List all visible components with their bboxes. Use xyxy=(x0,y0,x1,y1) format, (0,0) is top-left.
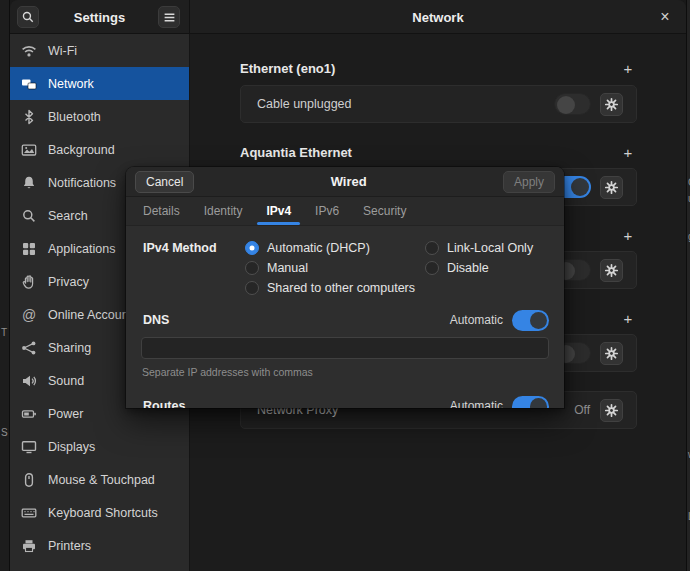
search-icon xyxy=(20,10,36,24)
sidebar-item-background[interactable]: Background xyxy=(10,133,189,166)
sidebar-item-label: Network xyxy=(48,77,94,91)
radio-icon xyxy=(245,241,259,255)
ipv4-tab-panel: IPv4 Method Automatic (DHCP) Manual Shar… xyxy=(126,226,564,407)
dns-servers-input[interactable] xyxy=(141,337,549,359)
radio-icon xyxy=(425,261,439,275)
radio-icon xyxy=(245,281,259,295)
sidebar-item-network[interactable]: Network xyxy=(10,67,189,100)
sidebar-item-bluetooth[interactable]: Bluetooth xyxy=(10,100,189,133)
routes-automatic-toggle[interactable] xyxy=(512,396,549,409)
dns-label: DNS xyxy=(143,313,169,327)
speaker-icon xyxy=(21,373,37,389)
add-connection-button[interactable]: + xyxy=(619,144,637,161)
method-options-column-2: Link-Local Only Disable xyxy=(425,241,533,281)
dns-automatic-toggle[interactable] xyxy=(512,310,549,331)
routes-row: Routes Automatic xyxy=(143,395,549,408)
hamburger-icon xyxy=(163,11,176,24)
page-title: Network xyxy=(190,0,686,34)
radio-option-automatic-dhcp[interactable]: Automatic (DHCP) xyxy=(245,241,415,255)
sidebar-item-printers[interactable]: Printers xyxy=(10,529,189,562)
tab-ipv4[interactable]: IPv4 xyxy=(254,197,303,225)
radio-icon xyxy=(245,261,259,275)
bell-icon xyxy=(21,175,37,191)
sidebar-item-label: Mouse & Touchpad xyxy=(48,473,155,487)
monitor-icon xyxy=(21,439,37,455)
sidebar-item-label: Sharing xyxy=(48,341,91,355)
search-button[interactable] xyxy=(17,6,39,28)
radio-option-manual[interactable]: Manual xyxy=(245,261,415,275)
sidebar-item-label: Printers xyxy=(48,539,91,553)
radio-label: Link-Local Only xyxy=(447,241,533,255)
radio-label: Disable xyxy=(447,261,489,275)
close-button[interactable]: × xyxy=(654,6,676,28)
keyboard-icon xyxy=(21,505,37,521)
hand-icon xyxy=(21,274,37,290)
sidebar-item-keyboard-shortcuts[interactable]: Keyboard Shortcuts xyxy=(10,496,189,529)
add-connection-button[interactable]: + xyxy=(619,227,637,244)
close-icon: × xyxy=(660,8,669,26)
radio-option-shared[interactable]: Shared to other computers xyxy=(245,281,415,295)
dialog-headerbar: Cancel Wired Apply xyxy=(126,167,564,197)
add-connection-button[interactable]: + xyxy=(619,60,637,77)
gear-icon xyxy=(604,97,619,112)
gear-icon xyxy=(604,180,619,195)
headerbar: Settings Network × xyxy=(10,0,686,34)
radio-option-disable[interactable]: Disable xyxy=(425,261,533,275)
battery-icon xyxy=(21,406,37,422)
dns-helper-text: Separate IP addresses with commas xyxy=(142,366,313,378)
dns-row: DNS Automatic xyxy=(143,309,549,331)
tab-details[interactable]: Details xyxy=(131,197,192,225)
tab-identity[interactable]: Identity xyxy=(192,197,255,225)
add-connection-button[interactable]: + xyxy=(619,310,637,327)
tab-security[interactable]: Security xyxy=(351,197,418,225)
toggle-knob xyxy=(557,96,575,114)
radio-label: Automatic (DHCP) xyxy=(267,241,370,255)
sidebar-item-label: Displays xyxy=(48,440,95,454)
sidebar-item-label: Sound xyxy=(48,374,84,388)
section-title: Aquantia Ethernet xyxy=(240,145,352,160)
tab-ipv6[interactable]: IPv6 xyxy=(303,197,351,225)
apps-grid-icon xyxy=(21,241,37,257)
sidebar-item-label: Power xyxy=(48,407,83,421)
radio-label: Manual xyxy=(267,261,308,275)
section-header-aquantia: Aquantia Ethernet + xyxy=(240,144,637,161)
section-title: Ethernet (eno1) xyxy=(240,61,335,76)
sidebar-item-label: Applications xyxy=(48,242,115,256)
connection-toggle[interactable] xyxy=(554,93,591,115)
method-options-column-1: Automatic (DHCP) Manual Shared to other … xyxy=(245,241,415,301)
headerbar-content-section: Network × xyxy=(190,0,686,33)
background-window-left-edge: T S xyxy=(0,0,10,571)
sidebar-item-label: Online Accounts xyxy=(48,308,138,322)
radio-icon xyxy=(425,241,439,255)
sidebar-item-wifi[interactable]: Wi-Fi xyxy=(10,34,189,67)
proxy-status: Off xyxy=(574,403,590,417)
routes-label: Routes xyxy=(143,399,185,408)
printer-icon xyxy=(21,538,37,554)
dns-automatic-label: Automatic xyxy=(450,313,503,327)
section-header-ethernet: Ethernet (eno1) + xyxy=(240,60,637,77)
apply-button[interactable]: Apply xyxy=(503,171,555,193)
cancel-button[interactable]: Cancel xyxy=(135,171,194,193)
connection-settings-button[interactable] xyxy=(600,176,623,199)
sidebar-item-label: Background xyxy=(48,143,115,157)
gear-icon xyxy=(604,263,619,278)
clipped-text: T xyxy=(1,328,7,338)
menu-button[interactable] xyxy=(158,6,180,28)
connection-settings-button[interactable] xyxy=(600,259,623,282)
network-icon xyxy=(21,76,37,92)
radio-option-link-local[interactable]: Link-Local Only xyxy=(425,241,533,255)
routes-automatic-label: Automatic xyxy=(450,399,503,408)
connection-row-cable-unplugged: Cable unplugged xyxy=(240,85,637,123)
clipped-text: S xyxy=(1,428,8,438)
proxy-settings-button[interactable] xyxy=(600,399,623,422)
sidebar-item-label: Notifications xyxy=(48,176,116,190)
connection-settings-button[interactable] xyxy=(600,93,623,116)
sidebar-item-mouse-touchpad[interactable]: Mouse & Touchpad xyxy=(10,463,189,496)
share-icon xyxy=(21,340,37,356)
radio-label: Shared to other computers xyxy=(267,281,415,295)
mouse-icon xyxy=(21,472,37,488)
connection-settings-button[interactable] xyxy=(600,342,623,365)
at-icon: @ xyxy=(21,307,37,323)
sidebar-item-displays[interactable]: Displays xyxy=(10,430,189,463)
sidebar-item-label: Keyboard Shortcuts xyxy=(48,506,158,520)
